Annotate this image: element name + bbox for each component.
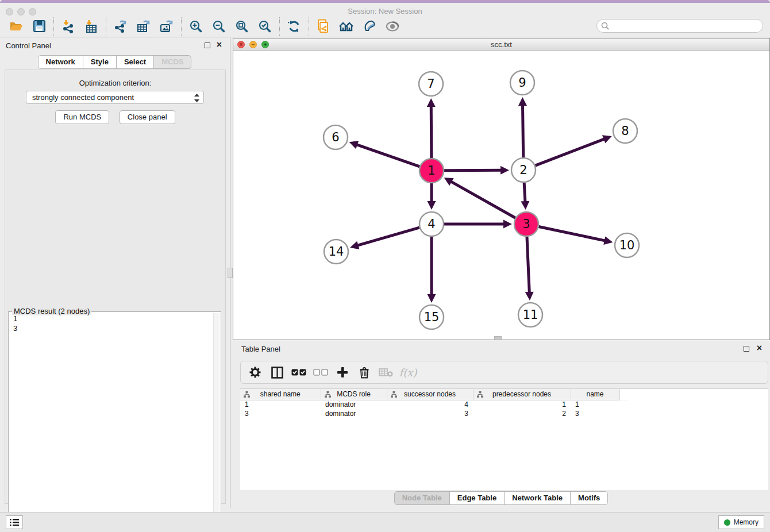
table-row[interactable]: 3 dominator 3 2 3 bbox=[240, 409, 629, 418]
export-network-button[interactable] bbox=[109, 17, 132, 36]
task-history-button[interactable] bbox=[6, 515, 23, 529]
graph-node-label: 2 bbox=[519, 163, 527, 177]
close-table-panel-icon[interactable]: × bbox=[757, 344, 762, 353]
status-bar: Memory bbox=[0, 512, 770, 532]
zoom-selected-button[interactable] bbox=[253, 17, 276, 36]
column-header-name[interactable]: name bbox=[571, 389, 619, 400]
column-header-mcds-role[interactable]: MCDS role bbox=[321, 389, 387, 400]
function-builder-button[interactable]: f(x) bbox=[399, 364, 417, 381]
graph-node-label: 8 bbox=[621, 124, 629, 138]
search-icon bbox=[601, 22, 610, 30]
table-row[interactable]: 1 dominator 4 1 1 bbox=[240, 400, 629, 409]
zoom-in-button[interactable] bbox=[184, 17, 207, 36]
hierarchy-icon bbox=[244, 391, 250, 398]
save-session-button[interactable] bbox=[28, 17, 51, 36]
table-panel-title: Table Panel bbox=[241, 345, 280, 353]
add-column-button[interactable] bbox=[334, 364, 351, 381]
float-table-panel-icon[interactable] bbox=[744, 346, 749, 352]
copy-network-icon bbox=[317, 19, 330, 34]
graph-edge[interactable] bbox=[523, 105, 523, 157]
column-header-successor-nodes[interactable]: successor nodes bbox=[387, 389, 473, 400]
table-panel: Table Panel × bbox=[233, 340, 770, 508]
graph-edge[interactable] bbox=[451, 182, 515, 218]
select-all-button[interactable] bbox=[290, 364, 307, 381]
hierarchy-icon bbox=[391, 391, 397, 398]
open-session-button[interactable] bbox=[5, 17, 28, 36]
splitter-grip-horizontal[interactable] bbox=[494, 336, 502, 340]
toolbar-separator bbox=[181, 17, 182, 36]
toolbar-separator bbox=[53, 17, 54, 36]
graph-node-label: 4 bbox=[428, 217, 435, 231]
memory-status-icon bbox=[724, 519, 730, 526]
apply-layout-button[interactable] bbox=[283, 17, 306, 36]
close-panel-icon[interactable]: × bbox=[217, 40, 222, 49]
graph-node-label: 7 bbox=[427, 77, 434, 91]
graph-edge[interactable] bbox=[357, 228, 419, 245]
delete-table-button[interactable] bbox=[378, 364, 395, 381]
zoom-fit-button[interactable] bbox=[230, 17, 253, 36]
graph-edge-arrowhead bbox=[349, 141, 359, 149]
search-input[interactable] bbox=[596, 19, 763, 33]
graph-edge[interactable] bbox=[431, 106, 432, 158]
open-folder-icon bbox=[9, 21, 23, 32]
float-panel-icon[interactable] bbox=[205, 43, 210, 48]
graph-edge[interactable] bbox=[539, 227, 606, 241]
delete-columns-button[interactable] bbox=[356, 364, 373, 381]
graph-edge[interactable] bbox=[536, 139, 605, 165]
import-network-button[interactable] bbox=[57, 17, 80, 36]
zoom-out-icon bbox=[213, 20, 225, 33]
export-image-button[interactable] bbox=[155, 17, 178, 36]
zoom-in-icon bbox=[190, 20, 202, 33]
tab-mcds[interactable]: MCDS bbox=[153, 55, 191, 69]
export-table-button[interactable] bbox=[132, 17, 155, 36]
tab-edge-table[interactable]: Edge Table bbox=[449, 491, 505, 505]
mcds-result-box: MCDS result (2 nodes) 1 3 bbox=[8, 311, 221, 528]
network-window-title: scc.txt bbox=[233, 40, 769, 49]
style-preview-button[interactable] bbox=[358, 17, 381, 36]
tab-motifs[interactable]: Motifs bbox=[570, 491, 608, 505]
graph-node-label: 14 bbox=[329, 245, 344, 259]
mcds-panel: Optimization criterion: strongly connect… bbox=[5, 70, 226, 504]
tab-network-table[interactable]: Network Table bbox=[504, 491, 571, 505]
graph-node-label: 6 bbox=[332, 130, 339, 144]
import-table-button[interactable] bbox=[80, 17, 103, 36]
table-settings-button[interactable] bbox=[247, 364, 264, 381]
criterion-dropdown[interactable]: strongly connected component bbox=[26, 91, 204, 104]
memory-button[interactable]: Memory bbox=[718, 515, 764, 529]
tab-select[interactable]: Select bbox=[116, 55, 154, 69]
chevron-up-down-icon bbox=[194, 94, 199, 102]
tab-style[interactable]: Style bbox=[83, 55, 117, 69]
tab-node-table[interactable]: Node Table bbox=[394, 491, 450, 505]
control-panel-title: Control Panel bbox=[6, 41, 51, 50]
window-title: Session: New Session bbox=[0, 7, 770, 16]
zoom-out-button[interactable] bbox=[207, 17, 230, 36]
copy-network-button[interactable] bbox=[312, 17, 335, 36]
graph-edge[interactable] bbox=[444, 170, 502, 171]
graph-edge[interactable] bbox=[356, 144, 419, 166]
close-panel-button[interactable]: Close panel bbox=[120, 110, 175, 124]
home-button[interactable] bbox=[335, 17, 358, 36]
splitter-grip-vertical[interactable] bbox=[228, 268, 233, 278]
run-mcds-button[interactable]: Run MCDS bbox=[55, 110, 109, 124]
gear-icon bbox=[249, 366, 261, 379]
toolbar-separator bbox=[309, 17, 309, 36]
tab-network[interactable]: Network bbox=[38, 55, 83, 69]
graph-edge[interactable] bbox=[527, 237, 529, 293]
graph-edge[interactable] bbox=[524, 183, 525, 202]
show-columns-button[interactable] bbox=[268, 364, 286, 381]
hide-panel-button[interactable] bbox=[381, 17, 404, 36]
mcds-result-text[interactable]: 1 3 bbox=[13, 314, 213, 526]
result-scrollbar[interactable] bbox=[213, 313, 220, 526]
network-graph: 7968124314101511 bbox=[233, 51, 769, 340]
graph-edge-arrowhead bbox=[525, 292, 534, 300]
graph-edge-arrowhead bbox=[500, 166, 509, 175]
column-header-predecessor-nodes[interactable]: predecessor nodes bbox=[473, 389, 571, 400]
style-icon bbox=[363, 20, 376, 33]
node-table: shared name MCDS role bbox=[240, 388, 768, 490]
deselect-all-button[interactable] bbox=[312, 364, 329, 381]
import-network-icon bbox=[61, 20, 75, 33]
zoom-fit-icon bbox=[236, 20, 248, 33]
column-header-shared-name[interactable]: shared name bbox=[240, 389, 321, 400]
network-canvas[interactable]: 7968124314101511 bbox=[233, 51, 769, 340]
export-network-icon bbox=[113, 20, 128, 33]
